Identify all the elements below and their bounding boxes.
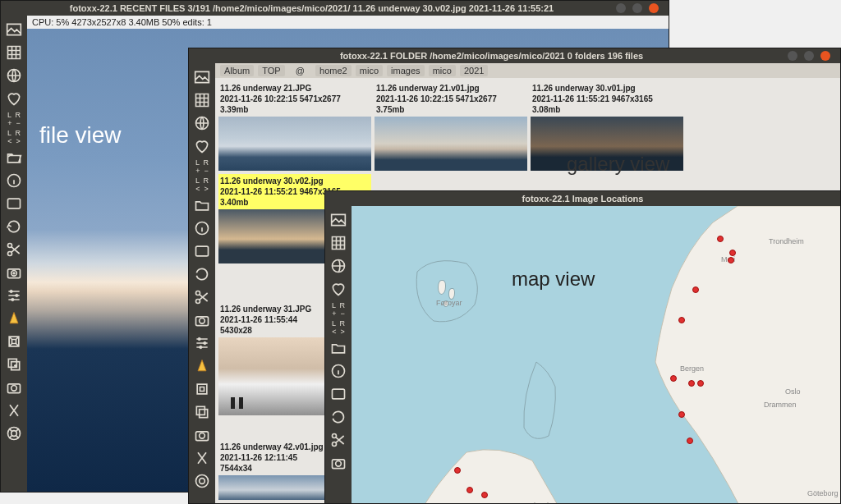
camera-plus-icon[interactable]	[191, 309, 213, 331]
close-icon[interactable]	[649, 3, 659, 13]
window3-title: fotoxx-22.1 Image Locations	[332, 194, 834, 204]
map-pin[interactable]	[481, 492, 488, 498]
thumbnail[interactable]: 11.26 underway 31.JPG2021-11-26 11:55:44…	[218, 302, 325, 415]
image-icon[interactable]	[328, 209, 349, 231]
tools-icon[interactable]	[191, 447, 213, 469]
layers-plus-icon[interactable]	[3, 354, 25, 375]
breadcrumb-part[interactable]: home2	[315, 65, 352, 76]
map-pin[interactable]	[678, 411, 685, 418]
blank-icon[interactable]	[328, 383, 349, 405]
heart-icon[interactable]	[191, 135, 213, 157]
lr-plus-icon[interactable]: L R+ −	[7, 111, 21, 127]
perspective-icon[interactable]	[191, 378, 213, 400]
window1-titlebar[interactable]: fotoxx-22.1 RECENT FILES 3/191 /home2/mi…	[1, 1, 669, 16]
breadcrumb-part[interactable]: images	[387, 65, 424, 76]
thumbnail[interactable]: 11.26 underway 21.v01.jpg2021-11-26 10:2…	[375, 81, 527, 171]
scissors-icon[interactable]	[3, 239, 25, 260]
undo-icon[interactable]	[191, 263, 213, 285]
close-icon[interactable]	[820, 51, 830, 61]
heart-icon[interactable]	[3, 88, 25, 109]
globe-icon[interactable]	[328, 255, 349, 277]
lr-plus-icon[interactable]: L R+ −	[195, 158, 209, 175]
lifebuoy-icon[interactable]	[191, 470, 213, 492]
image-icon[interactable]	[191, 66, 213, 88]
undo-icon[interactable]	[328, 406, 349, 428]
globe-icon[interactable]	[191, 112, 213, 134]
lr-nav-icon[interactable]: L R< >	[195, 176, 209, 193]
thumbnail[interactable]: 11.26 underway 21.JPG2021-11-26 10:22:15…	[218, 81, 371, 171]
lr-nav-icon[interactable]: L R< >	[332, 319, 345, 336]
camera-plus-icon[interactable]	[328, 452, 349, 474]
map-pin[interactable]	[688, 380, 695, 387]
grid-icon[interactable]	[3, 42, 25, 63]
heart-icon[interactable]	[328, 278, 349, 300]
window2-toolbar: L R+ − L R< >	[189, 63, 215, 503]
info-icon[interactable]	[328, 360, 349, 382]
svg-rect-2	[8, 199, 21, 208]
svg-point-22	[200, 318, 205, 324]
svg-point-9	[11, 298, 14, 300]
perspective-icon[interactable]	[3, 331, 25, 352]
grid-icon[interactable]	[191, 89, 213, 111]
svg-point-29	[200, 433, 205, 439]
globe-icon[interactable]	[3, 65, 25, 86]
breadcrumb: Album TOP @ home2 mico images mico 2021	[215, 63, 840, 78]
map-pin[interactable]	[729, 250, 736, 256]
window2-titlebar[interactable]: fotoxx-22.1 FOLDER /home2/mico/images/mi…	[189, 48, 840, 63]
lifebuoy-icon[interactable]	[3, 423, 25, 444]
minimize-icon[interactable]	[788, 51, 797, 61]
camera-icon[interactable]	[191, 424, 213, 446]
map-pin[interactable]	[670, 375, 677, 382]
thumb-image	[218, 475, 325, 500]
blank-icon[interactable]	[3, 193, 25, 214]
sliders-icon[interactable]	[191, 332, 213, 354]
svg-point-8	[16, 294, 18, 296]
lr-nav-icon[interactable]: L R< >	[7, 129, 21, 145]
image-icon[interactable]	[3, 19, 25, 40]
info-icon[interactable]	[3, 170, 25, 191]
scissors-icon[interactable]	[328, 429, 349, 451]
folder-open-icon[interactable]	[328, 337, 349, 359]
layers-plus-icon[interactable]	[191, 401, 213, 423]
lr-plus-icon[interactable]: L R+ −	[332, 301, 345, 318]
map-pin[interactable]	[678, 317, 685, 323]
window3-titlebar[interactable]: fotoxx-22.1 Image Locations	[325, 191, 840, 206]
map-pin[interactable]	[692, 286, 699, 293]
blank-icon[interactable]	[191, 241, 213, 262]
map-pin[interactable]	[687, 438, 693, 444]
svg-point-23	[198, 337, 200, 340]
cone-icon[interactable]	[3, 308, 25, 329]
undo-icon[interactable]	[3, 216, 25, 237]
breadcrumb-part[interactable]: mico	[356, 65, 383, 76]
window2-title: fotoxx-22.1 FOLDER /home2/mico/images/mi…	[195, 51, 788, 61]
map-pin[interactable]	[717, 236, 724, 242]
info-icon[interactable]	[191, 218, 213, 239]
map-pin[interactable]	[454, 467, 461, 474]
thumbnail[interactable]: 11.26 underway 42.v01.jpg2021-11-26 12:1…	[218, 440, 325, 500]
map-view-window: fotoxx-22.1 Image Locations L R+ − L R< …	[324, 190, 841, 504]
tools-icon[interactable]	[3, 400, 25, 421]
camera-plus-icon[interactable]	[3, 262, 25, 283]
city-label: Aberdeen	[529, 502, 561, 503]
minimize-icon[interactable]	[616, 3, 626, 13]
maximize-icon[interactable]	[804, 51, 814, 61]
breadcrumb-top[interactable]: TOP	[258, 65, 284, 76]
breadcrumb-part[interactable]: mico	[429, 65, 456, 76]
maximize-icon[interactable]	[632, 3, 642, 13]
folder-open-icon[interactable]	[3, 147, 25, 168]
sliders-icon[interactable]	[3, 285, 25, 306]
svg-point-13	[11, 386, 17, 392]
folder-open-icon[interactable]	[191, 195, 213, 216]
svg-point-38	[336, 461, 342, 467]
grid-icon[interactable]	[328, 232, 349, 254]
status-bar: CPU: 5% 4273x2527x8 3.40MB 50% edits: 1	[27, 16, 669, 29]
scissors-icon[interactable]	[191, 286, 213, 308]
breadcrumb-part[interactable]: 2021	[460, 65, 488, 76]
map-pin[interactable]	[466, 487, 473, 493]
cone-icon[interactable]	[191, 355, 213, 377]
map-canvas[interactable]: Bergen Oslo Drammen Trondheim Mo i Göteb…	[352, 206, 840, 503]
map-pin[interactable]	[697, 380, 704, 387]
breadcrumb-album[interactable]: Album	[220, 65, 254, 76]
map-pin[interactable]	[728, 257, 734, 263]
camera-icon[interactable]	[3, 377, 25, 398]
